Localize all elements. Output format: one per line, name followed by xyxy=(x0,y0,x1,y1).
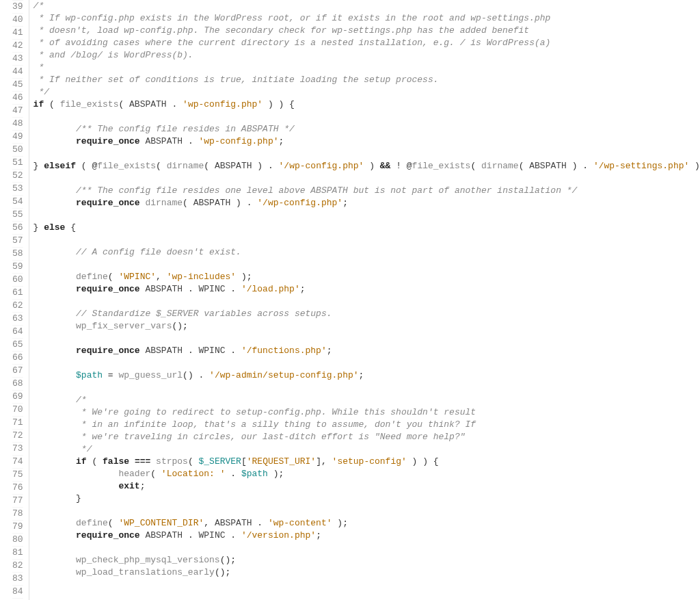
code-editor[interactable]: 3940414243444546474849505152535455565758… xyxy=(0,0,700,600)
token-plain xyxy=(150,456,156,467)
code-line[interactable]: /* xyxy=(33,0,700,12)
token-func: define xyxy=(76,272,108,282)
code-line[interactable]: } elseif ( @file_exists( dirname( ABSPAT… xyxy=(33,160,700,172)
token-func: wp_fix_server_vars xyxy=(76,321,172,331)
code-line[interactable]: /** The config file resides in ABSPATH *… xyxy=(33,123,700,135)
code-line[interactable]: // Standardize $_SERVER variables across… xyxy=(33,308,700,320)
line-number: 70 xyxy=(12,403,23,416)
code-line[interactable]: require_once ABSPATH . WPINC . '/functio… xyxy=(33,345,700,357)
token-plain: ) . xyxy=(252,161,279,171)
token-plain: ; xyxy=(316,530,321,540)
token-control: else xyxy=(44,222,65,233)
code-line[interactable] xyxy=(33,357,700,369)
token-keyword: require_once xyxy=(76,345,140,356)
token-func: dirname xyxy=(481,161,519,171)
code-line[interactable]: * doesn't, load wp-config.php. The secon… xyxy=(33,25,700,37)
line-number: 67 xyxy=(12,364,23,377)
line-number: 57 xyxy=(12,234,23,247)
code-line[interactable]: if ( file_exists( ABSPATH . 'wp-config.p… xyxy=(33,99,700,111)
code-line[interactable]: * If neither set of conditions is true, … xyxy=(33,74,700,86)
code-line[interactable]: } else { xyxy=(33,222,700,234)
code-line[interactable] xyxy=(33,542,700,554)
token-plain: . xyxy=(183,530,198,540)
code-line[interactable] xyxy=(33,172,700,185)
code-line[interactable]: if ( false === strpos( $_SERVER['REQUEST… xyxy=(33,456,700,468)
line-number: 82 xyxy=(12,559,23,572)
code-line[interactable]: * xyxy=(33,62,700,74)
token-plain: , xyxy=(156,272,167,282)
code-line[interactable] xyxy=(33,234,700,246)
line-number: 50 xyxy=(12,143,23,156)
line-number: 44 xyxy=(12,65,23,78)
code-line[interactable]: header( 'Location: ' . $path ); xyxy=(33,468,700,480)
code-line[interactable]: /** The config file resides one level ab… xyxy=(33,185,700,197)
token-comment: // A config file doesn't exist. xyxy=(76,247,241,257)
token-comment: /* xyxy=(33,1,44,11)
token-plain: { xyxy=(65,222,76,233)
code-line[interactable]: require_once dirname( ABSPATH ) . '/wp-c… xyxy=(33,197,700,209)
token-comment: * in an infinite loop, that's a silly th… xyxy=(76,419,476,430)
token-plain: ( xyxy=(87,456,103,467)
token-plain: ( xyxy=(183,198,193,208)
code-line[interactable]: // A config file doesn't exist. xyxy=(33,246,700,259)
line-number: 54 xyxy=(12,195,23,208)
token-string: 'wp-content' xyxy=(268,518,332,528)
token-plain: . xyxy=(226,284,241,294)
token-comment: * we're traveling in circles, our last-d… xyxy=(76,432,466,442)
code-line[interactable] xyxy=(33,111,700,123)
token-plain xyxy=(33,469,119,479)
code-line[interactable] xyxy=(33,148,700,160)
code-line[interactable] xyxy=(33,505,700,517)
code-line[interactable]: require_once ABSPATH . WPINC . '/version… xyxy=(33,530,700,542)
token-plain: [ xyxy=(241,456,247,467)
token-func: strpos xyxy=(156,456,188,467)
code-line[interactable]: } xyxy=(33,493,700,505)
token-plain: ); xyxy=(268,469,284,479)
token-plain xyxy=(33,555,76,565)
code-line[interactable]: */ xyxy=(33,443,700,456)
code-line[interactable] xyxy=(33,259,700,271)
code-line[interactable]: * We're going to redirect to setup-confi… xyxy=(33,406,700,419)
token-plain: . xyxy=(252,518,268,528)
code-line[interactable]: exit; xyxy=(33,480,700,493)
code-line[interactable] xyxy=(33,382,700,394)
code-line[interactable]: * in an infinite loop, that's a silly th… xyxy=(33,419,700,431)
token-plain: . xyxy=(225,469,241,479)
code-line[interactable]: * and /blog/ is WordPress(b). xyxy=(33,49,700,62)
code-line[interactable] xyxy=(33,296,700,308)
token-plain: . xyxy=(183,136,198,146)
code-area[interactable]: /* * If wp-config.php exists in the Word… xyxy=(29,0,700,600)
code-line[interactable]: require_once ABSPATH . 'wp-config.php'; xyxy=(33,135,700,148)
code-line[interactable]: /* xyxy=(33,394,700,406)
code-line[interactable]: wp_check_php_mysql_versions(); xyxy=(33,554,700,566)
line-number: 73 xyxy=(12,442,23,455)
token-plain xyxy=(33,136,76,146)
token-string: '/load.php' xyxy=(241,284,300,294)
token-comment: /** The config file resides one level ab… xyxy=(76,185,577,196)
token-string: 'setup-config' xyxy=(332,456,407,467)
code-line[interactable]: * of avoiding cases where the current di… xyxy=(33,37,700,49)
token-plain xyxy=(33,124,76,134)
token-plain xyxy=(129,456,135,467)
code-line[interactable] xyxy=(33,579,700,591)
line-number: 42 xyxy=(12,39,23,52)
code-line[interactable]: define( 'WP_CONTENT_DIR', ABSPATH . 'wp-… xyxy=(33,517,700,530)
code-line[interactable] xyxy=(33,332,700,345)
line-number: 69 xyxy=(12,390,23,403)
code-line[interactable]: $path = wp_guess_url() . '/wp-admin/setu… xyxy=(33,369,700,382)
code-line[interactable]: * If wp-config.php exists in the WordPre… xyxy=(33,12,700,25)
token-plain: ; xyxy=(300,284,306,294)
line-number: 68 xyxy=(12,377,23,390)
code-line[interactable]: define( 'WPINC', 'wp-includes' ); xyxy=(33,271,700,283)
code-line[interactable] xyxy=(33,209,700,222)
code-line[interactable]: wp_load_translations_early(); xyxy=(33,566,700,579)
code-line[interactable]: * we're traveling in circles, our last-d… xyxy=(33,431,700,443)
line-number: 65 xyxy=(12,338,23,351)
token-control: elseif xyxy=(44,161,76,171)
code-line[interactable]: wp_fix_server_vars(); xyxy=(33,320,700,332)
code-line[interactable]: require_once ABSPATH . WPINC . '/load.ph… xyxy=(33,283,700,296)
token-func: file_exists xyxy=(97,161,156,171)
line-number: 47 xyxy=(12,104,23,117)
code-line[interactable]: */ xyxy=(33,86,700,99)
line-number: 76 xyxy=(12,481,23,494)
